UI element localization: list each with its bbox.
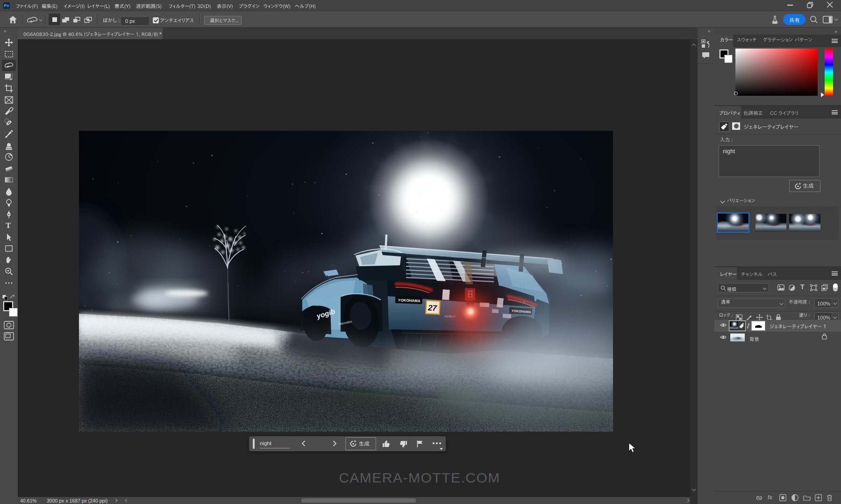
- svg-text:YOKOHAMA: YOKOHAMA: [398, 298, 420, 303]
